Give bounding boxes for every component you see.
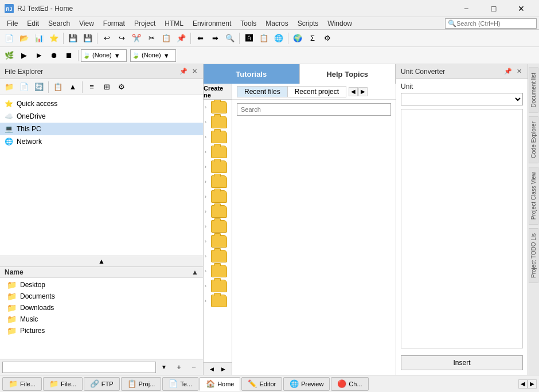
bottom-tab-editor[interactable]: ✏️ Editor xyxy=(241,377,282,391)
tb2-btn-1[interactable]: 🌿 xyxy=(2,49,16,62)
menu-window[interactable]: Window xyxy=(323,18,357,29)
folder-item[interactable]: › xyxy=(204,144,232,159)
menu-search[interactable]: Search xyxy=(44,18,75,29)
bottom-prev-arrow[interactable]: ◀ xyxy=(518,379,528,389)
unit-select[interactable] xyxy=(401,93,523,105)
tree-network[interactable]: 🌐 Network xyxy=(0,135,203,148)
menu-macros[interactable]: Macros xyxy=(261,18,292,29)
files-scroll-up[interactable]: ▲ xyxy=(192,268,198,276)
fe-sort[interactable]: ▲ xyxy=(66,80,80,94)
folder-thumb[interactable] xyxy=(211,131,227,143)
folder-item[interactable]: › xyxy=(204,279,232,293)
forward-button[interactable]: ➡ xyxy=(208,32,222,45)
folder-item[interactable]: › xyxy=(204,174,232,189)
bottom-tab-3[interactable]: 📋 Proj... xyxy=(121,377,162,391)
bottom-tab-home[interactable]: 🏠 Home xyxy=(200,377,240,391)
side-tab-code-explorer[interactable]: Code Explorer xyxy=(529,116,538,163)
fe-new-folder[interactable]: 📁 xyxy=(2,80,16,94)
tab-recent-files[interactable]: Recent files xyxy=(237,86,287,97)
path-input[interactable] xyxy=(2,362,156,373)
fe-settings[interactable]: ⚙ xyxy=(115,80,128,94)
tree-this-pc[interactable]: 💻 This PC xyxy=(0,123,203,135)
menu-tools[interactable]: Tools xyxy=(236,18,261,29)
tree-onedrive[interactable]: ☁️ OneDrive xyxy=(0,110,203,123)
folder-thumb[interactable] xyxy=(211,175,227,188)
tb-btn-edit[interactable]: ✂️ xyxy=(130,32,143,45)
tb-btn-d[interactable]: 🌍 xyxy=(291,32,304,45)
fe-refresh[interactable]: 🔄 xyxy=(32,80,46,94)
folder-thumb[interactable] xyxy=(211,265,227,277)
folder-thumb[interactable] xyxy=(211,160,227,173)
folder-thumb[interactable] xyxy=(211,220,227,233)
tb-btn-e[interactable]: Σ xyxy=(306,32,319,45)
side-tab-project-todo[interactable]: Project TODO Lis xyxy=(529,228,538,283)
bottom-next-arrow[interactable]: ▶ xyxy=(528,379,537,389)
fe-minus-btn[interactable]: − xyxy=(187,360,201,374)
tb2-record[interactable]: ⏺ xyxy=(47,49,61,62)
folder-thumb[interactable] xyxy=(211,146,227,158)
bottom-tab-0[interactable]: 📁 File... xyxy=(2,377,42,391)
recent-prev-btn[interactable]: ◀ xyxy=(349,87,358,96)
folder-thumb[interactable] xyxy=(211,280,227,292)
list-item[interactable]: 📁 Pictures xyxy=(0,325,203,336)
redo-button[interactable]: ↪ xyxy=(115,32,128,45)
fe-resize-divider[interactable]: ▲ xyxy=(0,256,203,267)
tb-btn-3[interactable]: 📊 xyxy=(32,32,46,45)
cut-button[interactable]: ✂ xyxy=(144,32,158,45)
tb2-run[interactable]: ▶ xyxy=(17,49,31,62)
menu-environment[interactable]: Environment xyxy=(188,18,236,29)
tb2-btn-3[interactable]: ▶ xyxy=(32,49,46,62)
bottom-tab-2[interactable]: 🔗 FTP xyxy=(84,377,120,391)
list-item[interactable]: 📁 Documents xyxy=(0,291,203,302)
menu-scripts[interactable]: Scripts xyxy=(293,18,323,29)
folder-item[interactable]: › xyxy=(204,159,232,174)
path-dropdown-btn[interactable]: ▼ xyxy=(157,360,171,374)
none-dropdown-1[interactable]: 🍃 (None) ▼ xyxy=(81,49,127,62)
menu-view[interactable]: View xyxy=(75,18,99,29)
copy-button[interactable]: 📋 xyxy=(159,32,173,45)
folder-thumb[interactable] xyxy=(211,101,227,113)
folder-prev[interactable]: ◀ xyxy=(206,362,218,375)
bottom-tab-preview[interactable]: 🌐 Preview xyxy=(283,377,330,391)
bottom-tab-4[interactable]: 📄 Te... xyxy=(162,377,198,391)
tab-help-topics[interactable]: Help Topics xyxy=(300,64,396,84)
folder-item[interactable]: › xyxy=(204,264,232,279)
uc-pin-button[interactable]: 📌 xyxy=(503,68,513,75)
bottom-tab-1[interactable]: 📁 File... xyxy=(43,377,83,391)
tb-btn-f[interactable]: ⚙ xyxy=(321,32,334,45)
menu-project[interactable]: Project xyxy=(130,18,160,29)
open-button[interactable]: 📂 xyxy=(17,32,31,45)
folder-item[interactable]: › xyxy=(204,130,232,144)
uc-close-button[interactable]: ✕ xyxy=(515,68,523,75)
maximize-button[interactable]: □ xyxy=(481,0,507,17)
tb2-stop[interactable]: ⏹ xyxy=(62,49,76,62)
folder-item[interactable]: › xyxy=(204,100,232,115)
paste-button[interactable]: 📌 xyxy=(174,32,188,45)
tb-btn-4[interactable]: ⭐ xyxy=(47,32,61,45)
fe-pin-button[interactable]: 📌 xyxy=(178,68,189,75)
side-tab-project-class-view[interactable]: Project Class View xyxy=(529,167,538,225)
list-item[interactable]: 📁 Music xyxy=(0,313,203,325)
folder-item[interactable]: › xyxy=(204,249,232,264)
back-button[interactable]: ⬅ xyxy=(193,32,207,45)
list-item[interactable]: 📁 Downloads xyxy=(0,302,203,313)
new-button[interactable]: 📄 xyxy=(2,32,16,45)
folder-item[interactable]: › xyxy=(204,219,232,234)
fe-close-button[interactable]: ✕ xyxy=(191,68,198,75)
close-button[interactable]: ✕ xyxy=(508,0,534,17)
save-button[interactable]: 💾 xyxy=(66,32,80,45)
minimize-button[interactable]: − xyxy=(453,0,479,17)
fe-icon-view[interactable]: ⊞ xyxy=(100,80,114,94)
folder-item[interactable]: › xyxy=(204,115,232,130)
folder-thumb[interactable] xyxy=(211,205,227,218)
folder-item[interactable]: › xyxy=(204,204,232,219)
insert-button[interactable]: Insert xyxy=(401,355,523,370)
folder-next[interactable]: ▶ xyxy=(218,362,230,375)
none-dropdown-2[interactable]: 🍃 (None) ▼ xyxy=(130,49,176,62)
list-item[interactable]: 📁 Desktop xyxy=(0,279,203,291)
menu-file[interactable]: File xyxy=(2,18,22,29)
global-search-box[interactable]: 🔍 xyxy=(445,18,537,29)
fe-add-btn[interactable]: + xyxy=(172,360,186,374)
tb-btn-c[interactable]: 🌐 xyxy=(272,32,286,45)
fe-list-view[interactable]: ≡ xyxy=(85,80,99,94)
